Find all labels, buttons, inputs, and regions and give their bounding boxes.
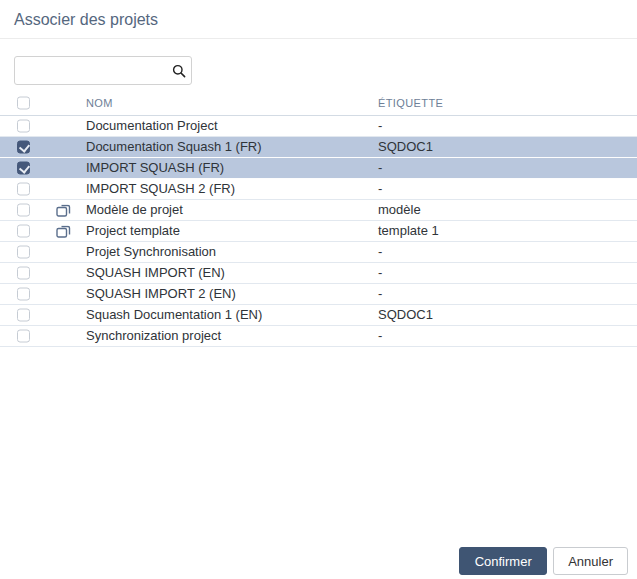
row-checkbox[interactable]: [17, 204, 30, 217]
footer-buttons: Confirmer Annuler: [459, 547, 628, 575]
project-label: -: [378, 242, 382, 262]
table-row[interactable]: Modèle de projet modèle: [0, 200, 637, 221]
project-name: SQUASH IMPORT 2 (EN): [86, 284, 236, 304]
search-icon[interactable]: [167, 64, 191, 78]
table-row[interactable]: Documentation Project -: [0, 116, 637, 137]
project-name: Project template: [86, 221, 180, 241]
table-row[interactable]: Projet Synchronisation -: [0, 242, 637, 263]
project-name: Projet Synchronisation: [86, 242, 216, 262]
table-row[interactable]: SQUASH IMPORT (EN) -: [0, 263, 637, 284]
project-label: -: [378, 326, 382, 346]
project-label: -: [378, 179, 382, 199]
cancel-button[interactable]: Annuler: [553, 547, 628, 575]
table-row[interactable]: SQUASH IMPORT 2 (EN) -: [0, 284, 637, 305]
row-checkbox[interactable]: [17, 267, 30, 280]
project-label: -: [378, 284, 382, 304]
project-name: Documentation Project: [86, 116, 218, 136]
project-table-header: NOM ÉTIQUETTE: [0, 92, 637, 116]
table-row[interactable]: IMPORT SQUASH (FR) -: [0, 158, 637, 179]
project-name: IMPORT SQUASH 2 (FR): [86, 179, 235, 199]
project-name: Modèle de projet: [86, 200, 183, 220]
template-icon: [56, 204, 71, 217]
row-checkbox[interactable]: [17, 309, 30, 322]
project-name: Documentation Squash 1 (FR): [86, 137, 262, 157]
project-label: -: [378, 158, 382, 178]
row-checkbox[interactable]: [17, 246, 30, 259]
project-label: template 1: [378, 221, 439, 241]
dialog-title: Associer des projets: [14, 11, 158, 29]
project-name: Synchronization project: [86, 326, 221, 346]
select-all-checkbox[interactable]: [17, 97, 30, 110]
project-table: NOM ÉTIQUETTE Documentation Project - Do…: [0, 92, 637, 347]
row-checkbox[interactable]: [17, 330, 30, 343]
associate-projects-dialog: Associer des projets NOM ÉTIQUETTE Docum…: [0, 0, 637, 579]
project-name: IMPORT SQUASH (FR): [86, 158, 224, 178]
project-label: -: [378, 116, 382, 136]
search-box: [14, 56, 192, 85]
project-label: modèle: [378, 200, 421, 220]
row-checkbox[interactable]: [17, 288, 30, 301]
project-label: SQDOC1: [378, 137, 433, 157]
row-checkbox[interactable]: [17, 120, 30, 133]
row-checkbox[interactable]: [17, 183, 30, 196]
project-name: Squash Documentation 1 (EN): [86, 305, 262, 325]
column-header-name: NOM: [86, 92, 113, 115]
confirm-button[interactable]: Confirmer: [459, 547, 547, 575]
table-row[interactable]: Project template template 1: [0, 221, 637, 242]
project-table-body: Documentation Project - Documentation Sq…: [0, 116, 637, 347]
table-row[interactable]: Synchronization project -: [0, 326, 637, 347]
table-row[interactable]: Squash Documentation 1 (EN) SQDOC1: [0, 305, 637, 326]
table-row[interactable]: IMPORT SQUASH 2 (FR) -: [0, 179, 637, 200]
template-icon: [56, 225, 71, 238]
column-header-label: ÉTIQUETTE: [378, 92, 443, 115]
table-row[interactable]: Documentation Squash 1 (FR) SQDOC1: [0, 137, 637, 158]
row-checkbox[interactable]: [17, 162, 30, 175]
row-checkbox[interactable]: [17, 225, 30, 238]
project-label: SQDOC1: [378, 305, 433, 325]
project-label: -: [378, 263, 382, 283]
search-input[interactable]: [15, 57, 167, 84]
project-name: SQUASH IMPORT (EN): [86, 263, 225, 283]
row-checkbox[interactable]: [17, 141, 30, 154]
title-divider: [0, 38, 637, 39]
